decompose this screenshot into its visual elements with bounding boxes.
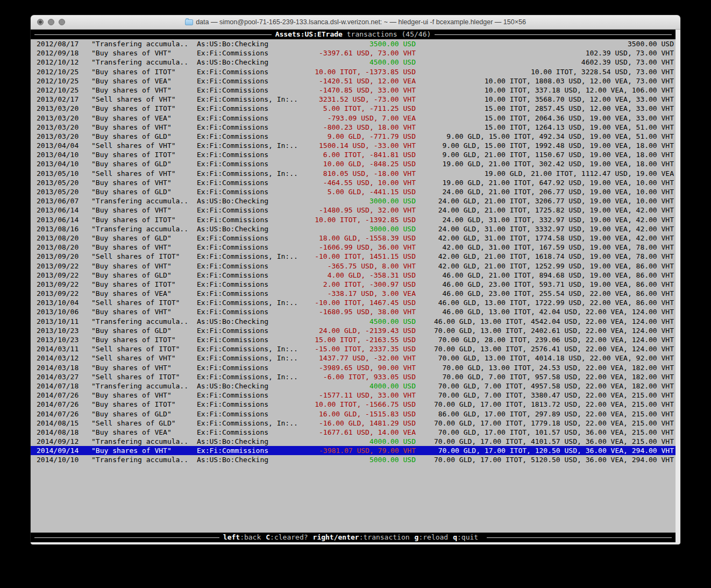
transaction-row[interactable]: 2013/05/20"Buy shares of VHT"Ex:Fi:Commi… bbox=[31, 178, 676, 187]
transaction-row[interactable]: 2013/05/10"Sell shares of VHT"Ex:Fi:Comm… bbox=[31, 169, 676, 178]
txn-balance: 9.00 GLD, 21.00 ITOT, 1150.67 USD, 19.00… bbox=[416, 150, 676, 159]
txn-change: 15.00 ITOT, -2163.55 USD bbox=[302, 335, 416, 344]
txn-description: "Buy shares of ITOT" bbox=[91, 215, 197, 224]
transaction-row[interactable]: 2012/08/17"Transfering accumula..As:US:B… bbox=[31, 39, 676, 48]
zoom-window-icon[interactable] bbox=[59, 19, 65, 25]
txn-change: 1437.77 USD, -32.00 VHT bbox=[302, 353, 416, 363]
txn-date: 2013/03/20 bbox=[37, 104, 91, 113]
close-window-icon[interactable] bbox=[37, 19, 44, 25]
transaction-row[interactable]: 2014/10/10"Transfering accumula..As:US:B… bbox=[31, 455, 676, 464]
txn-description: "Buy shares of VHT" bbox=[91, 178, 197, 187]
transaction-row[interactable]: 2014/08/15"Sell shares of GLD"Ex:Fi:Comm… bbox=[31, 419, 676, 428]
transaction-row[interactable]: 2013/03/20"Buy shares of VHT"Ex:Fi:Commi… bbox=[31, 123, 676, 132]
minimize-window-icon[interactable] bbox=[48, 19, 54, 25]
transaction-row[interactable]: 2013/04/10"Buy shares of ITOT"Ex:Fi:Comm… bbox=[31, 150, 676, 159]
transaction-row[interactable]: 2013/09/22"Buy shares of GLD"Ex:Fi:Commi… bbox=[31, 271, 676, 280]
transaction-row[interactable]: 2014/07/26"Buy shares of GLD"Ex:Fi:Commi… bbox=[31, 409, 676, 419]
transaction-row[interactable]: 2014/03/27"Sell shares of ITOT"Ex:Fi:Com… bbox=[31, 372, 676, 381]
transaction-row[interactable]: 2013/09/22"Buy shares of VEA"Ex:Fi:Commi… bbox=[31, 289, 676, 298]
txn-change: 4000.00 USD bbox=[302, 437, 416, 446]
key-hint: left:back bbox=[223, 533, 261, 541]
transaction-row[interactable]: 2013/10/06"Buy shares of VHT"Ex:Fi:Commi… bbox=[31, 307, 676, 316]
transaction-row[interactable]: 2013/08/20"Buy shares of GLD"Ex:Fi:Commi… bbox=[31, 233, 676, 243]
transaction-row[interactable]: 2013/09/22"Buy shares of ITOT"Ex:Fi:Comm… bbox=[31, 280, 676, 289]
transaction-row[interactable]: 2013/06/07"Transfering accumula..As:US:B… bbox=[31, 196, 676, 206]
txn-description: "Sell shares of VHT" bbox=[91, 141, 197, 150]
transaction-row[interactable]: 2013/10/23"Buy shares of GLD"Ex:Fi:Commi… bbox=[31, 326, 676, 335]
key-hint: g:reload bbox=[415, 533, 449, 541]
transaction-row[interactable]: 2013/09/20"Sell shares of ITOT"Ex:Fi:Com… bbox=[31, 252, 676, 261]
txn-description: "Buy shares of ITOT" bbox=[91, 67, 197, 76]
txn-balance: 46.00 GLD, 23.00 ITOT, 593.71 USD, 19.00… bbox=[416, 280, 676, 289]
transaction-row[interactable]: 2012/10/25"Buy shares of VEA"Ex:Fi:Commi… bbox=[31, 76, 676, 86]
transaction-row[interactable]: 2012/10/12"Transfering accumula..As:US:B… bbox=[31, 58, 676, 67]
transaction-row[interactable]: 2014/09/14"Buy shares of VHT"Ex:Fi:Commi… bbox=[31, 446, 676, 455]
transaction-row[interactable]: 2014/07/26"Buy shares of ITOT"Ex:Fi:Comm… bbox=[31, 400, 676, 409]
transaction-row[interactable]: 2014/08/18"Buy shares of VEA"Ex:Fi:Commi… bbox=[31, 428, 676, 437]
txn-description: "Buy shares of GLD" bbox=[91, 187, 197, 196]
transaction-row[interactable]: 2013/08/20"Buy shares of VHT"Ex:Fi:Commi… bbox=[31, 243, 676, 252]
transaction-row[interactable]: 2013/06/14"Buy shares of ITOT"Ex:Fi:Comm… bbox=[31, 215, 676, 224]
txn-accounts: Ex:Fi:Commissions, In:.. bbox=[197, 419, 302, 428]
txn-description: "Buy shares of ITOT" bbox=[91, 335, 197, 344]
txn-description: "Buy shares of GLD" bbox=[91, 159, 197, 168]
transaction-row[interactable]: 2013/03/20"Buy shares of VEA"Ex:Fi:Commi… bbox=[31, 114, 676, 123]
txn-accounts: Ex:Fi:Commissions bbox=[197, 289, 302, 298]
txn-change: -3981.07 USD, 79.00 VHT bbox=[302, 446, 416, 455]
txn-change: -1680.95 USD, 38.00 VHT bbox=[302, 307, 416, 316]
txn-change: -10.00 ITOT, 1467.45 USD bbox=[302, 298, 416, 307]
transaction-row[interactable]: 2014/07/26"Buy shares of VHT"Ex:Fi:Commi… bbox=[31, 391, 676, 400]
header-title: Assets:US:ETrade transactions (45/46) bbox=[275, 30, 431, 39]
txn-date: 2013/06/14 bbox=[37, 206, 91, 215]
terminal-content: Assets:US:ETrade transactions (45/46) 20… bbox=[31, 30, 680, 542]
transaction-row[interactable]: 2014/03/11"Sell shares of ITOT"Ex:Fi:Com… bbox=[31, 344, 676, 353]
transaction-row[interactable]: 2014/09/12"Transfering accumula..As:US:B… bbox=[31, 437, 676, 446]
transaction-row[interactable]: 2013/09/22"Buy shares of VHT"Ex:Fi:Commi… bbox=[31, 261, 676, 271]
transaction-row[interactable]: 2013/10/04"Sell shares of ITOT"Ex:Fi:Com… bbox=[31, 298, 676, 307]
transaction-row[interactable]: 2013/03/20"Buy shares of GLD"Ex:Fi:Commi… bbox=[31, 132, 676, 141]
txn-date: 2013/05/10 bbox=[37, 169, 91, 178]
txn-date: 2013/09/22 bbox=[37, 289, 91, 298]
transaction-row[interactable]: 2014/03/12"Sell shares of VHT"Ex:Fi:Comm… bbox=[31, 353, 676, 363]
transaction-row[interactable]: 2014/07/18"Transfering accumula..As:US:B… bbox=[31, 381, 676, 391]
txn-balance: 46.00 GLD, 13.00 ITOT, 42.04 USD, 22.00 … bbox=[416, 307, 676, 316]
txn-change: 5.00 ITOT, -711.25 USD bbox=[302, 104, 416, 113]
transaction-row[interactable]: 2013/10/11"Transfering accumula..As:US:B… bbox=[31, 317, 676, 326]
txn-accounts: Ex:Fi:Commissions bbox=[197, 428, 302, 437]
transaction-row[interactable]: 2013/04/04"Sell shares of VHT"Ex:Fi:Comm… bbox=[31, 141, 676, 150]
txn-change: -16.00 GLD, 1481.29 USD bbox=[302, 419, 416, 428]
transaction-row[interactable]: 2013/04/10"Buy shares of GLD"Ex:Fi:Commi… bbox=[31, 159, 676, 168]
txn-accounts: Ex:Fi:Commissions bbox=[197, 409, 302, 419]
transaction-row[interactable]: 2013/05/20"Buy shares of GLD"Ex:Fi:Commi… bbox=[31, 187, 676, 196]
transaction-row[interactable]: 2013/08/16"Transfering accumula..As:US:B… bbox=[31, 224, 676, 233]
transaction-row[interactable]: 2013/03/20"Buy shares of ITOT"Ex:Fi:Comm… bbox=[31, 104, 676, 113]
txn-description: "Buy shares of VHT" bbox=[91, 307, 197, 316]
txn-date: 2012/10/25 bbox=[37, 86, 91, 95]
txn-accounts: Ex:Fi:Commissions bbox=[197, 67, 302, 76]
transaction-row[interactable]: 2012/09/18"Buy shares of VHT"Ex:Fi:Commi… bbox=[31, 48, 676, 58]
txn-balance: 70.00 GLD, 17.00 ITOT, 1779.18 USD, 22.0… bbox=[416, 419, 676, 428]
txn-change: -464.55 USD, 10.00 VHT bbox=[302, 178, 416, 187]
txn-change: 6.00 ITOT, -841.81 USD bbox=[302, 150, 416, 159]
txn-accounts: Ex:Fi:Commissions bbox=[197, 187, 302, 196]
scrollbar-track[interactable] bbox=[676, 30, 680, 542]
transaction-row[interactable]: 2014/03/18"Buy shares of VHT"Ex:Fi:Commi… bbox=[31, 363, 676, 372]
transaction-row[interactable]: 2012/10/25"Buy shares of ITOT"Ex:Fi:Comm… bbox=[31, 67, 676, 76]
txn-balance: 70.00 GLD, 17.00 ITOT, 4101.57 USD, 36.0… bbox=[416, 437, 676, 446]
transaction-row[interactable]: 2012/10/25"Buy shares of VHT"Ex:Fi:Commi… bbox=[31, 86, 676, 95]
txn-change: 16.00 GLD, -1515.83 USD bbox=[302, 409, 416, 419]
window-controls bbox=[37, 15, 65, 29]
txn-description: "Transfering accumula.. bbox=[91, 39, 197, 48]
txn-change: 10.00 ITOT, -1392.85 USD bbox=[302, 215, 416, 224]
txn-change: 4500.00 USD bbox=[302, 317, 416, 326]
txn-description: "Transfering accumula.. bbox=[91, 381, 197, 391]
transaction-row[interactable]: 2013/10/23"Buy shares of ITOT"Ex:Fi:Comm… bbox=[31, 335, 676, 344]
transaction-row[interactable]: 2013/02/17"Sell shares of VHT"Ex:Fi:Comm… bbox=[31, 95, 676, 104]
txn-balance: 10.00 ITOT, 3568.70 USD, 12.00 VEA, 33.0… bbox=[416, 95, 676, 104]
txn-description: "Buy shares of VHT" bbox=[91, 206, 197, 215]
txn-balance: 102.39 USD, 73.00 VHT bbox=[416, 48, 676, 58]
window-titlebar[interactable]: data — simon@pool-71-165-239-133.lsanca.… bbox=[31, 15, 680, 30]
txn-description: "Sell shares of ITOT" bbox=[91, 344, 197, 353]
transaction-row[interactable]: 2013/06/14"Buy shares of VHT"Ex:Fi:Commi… bbox=[31, 206, 676, 215]
txn-accounts: Ex:Fi:Commissions, In:.. bbox=[197, 372, 302, 381]
